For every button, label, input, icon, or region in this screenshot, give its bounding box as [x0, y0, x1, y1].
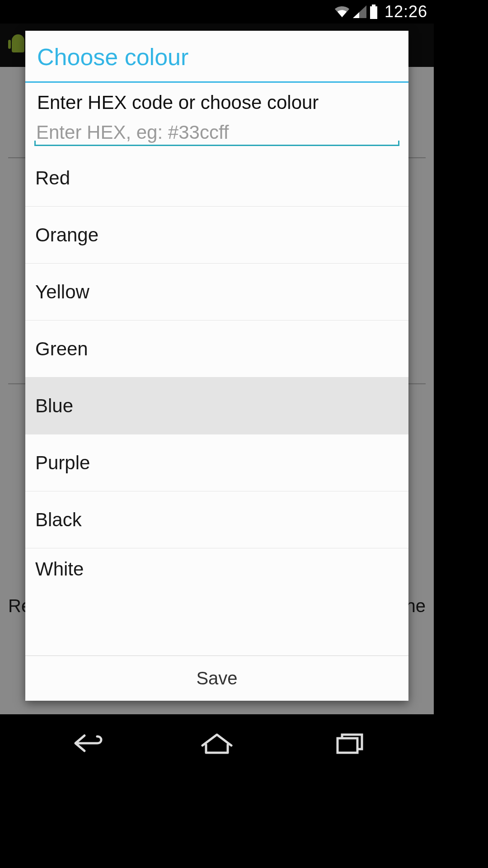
- status-bar: 12:26: [0, 0, 434, 24]
- svg-rect-1: [370, 6, 377, 19]
- colour-option-green[interactable]: Green: [25, 321, 408, 377]
- colour-option-red[interactable]: Red: [25, 150, 408, 207]
- colour-option-label: Purple: [35, 452, 90, 474]
- colour-option-blue[interactable]: Blue: [25, 377, 408, 434]
- recents-icon: [331, 731, 367, 755]
- colour-option-white[interactable]: White: [25, 548, 408, 576]
- colour-option-yellow[interactable]: Yellow: [25, 264, 408, 321]
- colour-option-black[interactable]: Black: [25, 491, 408, 548]
- dialog-footer: Save: [25, 656, 408, 701]
- home-icon: [199, 731, 235, 755]
- colour-option-label: White: [35, 558, 84, 576]
- back-icon: [62, 731, 107, 755]
- svg-rect-2: [338, 738, 357, 753]
- battery-icon: [369, 5, 378, 19]
- wifi-icon: [334, 5, 350, 18]
- cell-signal-icon: [353, 5, 366, 18]
- home-button[interactable]: [181, 725, 253, 761]
- svg-rect-0: [372, 5, 375, 6]
- colour-option-label: Black: [35, 509, 82, 531]
- colour-list[interactable]: Red Orange Yellow Green Blue Purple Blac…: [25, 150, 408, 656]
- colour-option-label: Yellow: [35, 281, 89, 303]
- colour-option-purple[interactable]: Purple: [25, 434, 408, 491]
- colour-option-label: Green: [35, 338, 88, 360]
- dialog-instruction: Enter HEX code or choose colour: [25, 83, 408, 115]
- colour-option-label: Orange: [35, 224, 99, 246]
- navigation-bar: [0, 714, 434, 772]
- recents-button[interactable]: [313, 725, 385, 761]
- hex-input-wrap: [34, 121, 399, 146]
- dialog-body: Enter HEX code or choose colour Red Oran…: [25, 83, 408, 656]
- save-button[interactable]: Save: [25, 656, 408, 701]
- hex-input[interactable]: [34, 121, 399, 148]
- status-clock: 12:26: [385, 2, 427, 21]
- back-button[interactable]: [48, 725, 121, 761]
- colour-option-orange[interactable]: Orange: [25, 207, 408, 264]
- colour-option-label: Red: [35, 167, 70, 189]
- colour-option-label: Blue: [35, 395, 73, 417]
- choose-colour-dialog: Choose colour Enter HEX code or choose c…: [25, 31, 408, 701]
- dialog-title: Choose colour: [25, 31, 408, 81]
